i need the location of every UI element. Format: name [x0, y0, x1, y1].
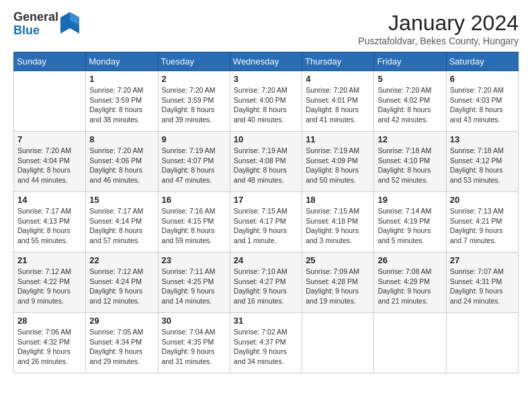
day-info: Sunrise: 7:17 AMSunset: 4:14 PMDaylight:…: [89, 206, 154, 246]
calendar-cell: 10Sunrise: 7:19 AMSunset: 4:08 PMDayligh…: [230, 132, 302, 192]
day-number: 30: [162, 316, 226, 326]
day-info: Sunrise: 7:12 AMSunset: 4:24 PMDaylight:…: [89, 267, 154, 306]
calendar-cell: 26Sunrise: 7:08 AMSunset: 4:29 PMDayligh…: [374, 253, 446, 313]
day-info: Sunrise: 7:10 AMSunset: 4:27 PMDaylight:…: [234, 267, 298, 306]
day-number: 15: [89, 195, 154, 205]
day-number: 22: [89, 255, 154, 265]
location: Pusztafoldvar, Bekes County, Hungary: [358, 36, 519, 46]
calendar-cell: 12Sunrise: 7:18 AMSunset: 4:10 PMDayligh…: [374, 132, 446, 192]
calendar-cell: 5Sunrise: 7:20 AMSunset: 4:02 PMDaylight…: [374, 71, 446, 132]
calendar-cell: 28Sunrise: 7:06 AMSunset: 4:32 PMDayligh…: [14, 313, 86, 373]
calendar-cell: 2Sunrise: 7:20 AMSunset: 3:59 PMDaylight…: [158, 71, 230, 132]
calendar-week-2: 7Sunrise: 7:20 AMSunset: 4:04 PMDaylight…: [14, 132, 519, 192]
day-number: 27: [450, 255, 515, 265]
day-info: Sunrise: 7:19 AMSunset: 4:07 PMDaylight:…: [162, 146, 226, 185]
calendar-cell: [302, 313, 374, 373]
month-title: January 2024: [358, 11, 519, 36]
page-header: General Blue January 2024 Pusztafoldvar,…: [13, 11, 519, 46]
day-info: Sunrise: 7:04 AMSunset: 4:35 PMDaylight:…: [162, 327, 226, 367]
calendar-cell: [446, 313, 518, 373]
day-number: 19: [378, 195, 442, 205]
day-number: 2: [162, 74, 226, 84]
calendar-cell: 24Sunrise: 7:10 AMSunset: 4:27 PMDayligh…: [230, 253, 302, 313]
calendar-body: 1Sunrise: 7:20 AMSunset: 3:59 PMDaylight…: [14, 71, 519, 373]
day-info: Sunrise: 7:20 AMSunset: 4:00 PMDaylight:…: [234, 85, 298, 125]
calendar-cell: 7Sunrise: 7:20 AMSunset: 4:04 PMDaylight…: [14, 132, 86, 192]
day-info: Sunrise: 7:20 AMSunset: 4:04 PMDaylight:…: [17, 146, 82, 185]
calendar-cell: 23Sunrise: 7:11 AMSunset: 4:25 PMDayligh…: [158, 253, 230, 313]
day-number: 14: [17, 195, 82, 205]
weekday-header-wednesday: Wednesday: [230, 52, 302, 71]
day-number: 25: [306, 255, 370, 265]
title-section: January 2024 Pusztafoldvar, Bekes County…: [358, 11, 519, 46]
day-info: Sunrise: 7:05 AMSunset: 4:34 PMDaylight:…: [89, 327, 154, 367]
calendar-cell: 30Sunrise: 7:04 AMSunset: 4:35 PMDayligh…: [158, 313, 230, 373]
calendar-cell: 9Sunrise: 7:19 AMSunset: 4:07 PMDaylight…: [158, 132, 230, 192]
day-number: 12: [378, 134, 442, 144]
calendar-cell: [14, 71, 86, 132]
calendar-cell: 16Sunrise: 7:16 AMSunset: 4:15 PMDayligh…: [158, 192, 230, 253]
day-number: 1: [89, 74, 154, 84]
calendar-cell: 29Sunrise: 7:05 AMSunset: 4:34 PMDayligh…: [86, 313, 158, 373]
calendar-cell: 4Sunrise: 7:20 AMSunset: 4:01 PMDaylight…: [302, 71, 374, 132]
day-info: Sunrise: 7:13 AMSunset: 4:21 PMDaylight:…: [450, 206, 515, 246]
calendar-cell: 3Sunrise: 7:20 AMSunset: 4:00 PMDaylight…: [230, 71, 302, 132]
calendar-cell: 22Sunrise: 7:12 AMSunset: 4:24 PMDayligh…: [86, 253, 158, 313]
day-info: Sunrise: 7:09 AMSunset: 4:28 PMDaylight:…: [306, 267, 370, 306]
weekday-header-row: SundayMondayTuesdayWednesdayThursdayFrid…: [14, 52, 519, 71]
day-number: 18: [306, 195, 370, 205]
day-info: Sunrise: 7:18 AMSunset: 4:10 PMDaylight:…: [378, 146, 442, 185]
weekday-header-monday: Monday: [86, 52, 158, 71]
calendar-cell: 8Sunrise: 7:20 AMSunset: 4:06 PMDaylight…: [86, 132, 158, 192]
day-info: Sunrise: 7:02 AMSunset: 4:37 PMDaylight:…: [234, 327, 298, 367]
day-number: 20: [450, 195, 515, 205]
weekday-header-tuesday: Tuesday: [158, 52, 230, 71]
calendar-cell: 21Sunrise: 7:12 AMSunset: 4:22 PMDayligh…: [14, 253, 86, 313]
weekday-header-saturday: Saturday: [446, 52, 518, 71]
calendar-week-5: 28Sunrise: 7:06 AMSunset: 4:32 PMDayligh…: [14, 313, 519, 373]
day-info: Sunrise: 7:20 AMSunset: 4:01 PMDaylight:…: [306, 85, 370, 125]
day-info: Sunrise: 7:15 AMSunset: 4:18 PMDaylight:…: [306, 206, 370, 246]
calendar-cell: [374, 313, 446, 373]
day-info: Sunrise: 7:20 AMSunset: 3:59 PMDaylight:…: [89, 85, 154, 125]
day-info: Sunrise: 7:17 AMSunset: 4:13 PMDaylight:…: [17, 206, 82, 246]
day-info: Sunrise: 7:08 AMSunset: 4:29 PMDaylight:…: [378, 267, 442, 306]
day-info: Sunrise: 7:18 AMSunset: 4:12 PMDaylight:…: [450, 146, 515, 185]
day-number: 3: [234, 74, 298, 84]
calendar-week-1: 1Sunrise: 7:20 AMSunset: 3:59 PMDaylight…: [14, 71, 519, 132]
logo-blue: Blue: [13, 24, 58, 38]
day-info: Sunrise: 7:16 AMSunset: 4:15 PMDaylight:…: [162, 206, 226, 246]
day-info: Sunrise: 7:20 AMSunset: 3:59 PMDaylight:…: [162, 85, 226, 125]
day-info: Sunrise: 7:14 AMSunset: 4:19 PMDaylight:…: [378, 206, 442, 246]
calendar-cell: 17Sunrise: 7:15 AMSunset: 4:17 PMDayligh…: [230, 192, 302, 253]
day-number: 26: [378, 255, 442, 265]
day-info: Sunrise: 7:20 AMSunset: 4:06 PMDaylight:…: [89, 146, 154, 185]
logo: General Blue: [13, 11, 79, 38]
logo-icon: [60, 12, 79, 34]
day-number: 21: [17, 255, 82, 265]
day-info: Sunrise: 7:20 AMSunset: 4:03 PMDaylight:…: [450, 85, 515, 125]
calendar-cell: 15Sunrise: 7:17 AMSunset: 4:14 PMDayligh…: [86, 192, 158, 253]
day-number: 13: [450, 134, 515, 144]
logo-general: General: [13, 11, 58, 24]
day-number: 8: [89, 134, 154, 144]
day-number: 23: [162, 255, 226, 265]
weekday-header-thursday: Thursday: [302, 52, 374, 71]
day-info: Sunrise: 7:15 AMSunset: 4:17 PMDaylight:…: [234, 206, 298, 246]
day-info: Sunrise: 7:19 AMSunset: 4:09 PMDaylight:…: [306, 146, 370, 185]
day-info: Sunrise: 7:19 AMSunset: 4:08 PMDaylight:…: [234, 146, 298, 185]
day-number: 31: [234, 316, 298, 326]
weekday-header-friday: Friday: [374, 52, 446, 71]
calendar-cell: 14Sunrise: 7:17 AMSunset: 4:13 PMDayligh…: [14, 192, 86, 253]
day-number: 29: [89, 316, 154, 326]
calendar-week-3: 14Sunrise: 7:17 AMSunset: 4:13 PMDayligh…: [14, 192, 519, 253]
day-number: 17: [234, 195, 298, 205]
calendar-cell: 6Sunrise: 7:20 AMSunset: 4:03 PMDaylight…: [446, 71, 518, 132]
day-number: 24: [234, 255, 298, 265]
day-info: Sunrise: 7:12 AMSunset: 4:22 PMDaylight:…: [17, 267, 82, 306]
day-number: 7: [17, 134, 82, 144]
calendar-cell: 11Sunrise: 7:19 AMSunset: 4:09 PMDayligh…: [302, 132, 374, 192]
calendar-week-4: 21Sunrise: 7:12 AMSunset: 4:22 PMDayligh…: [14, 253, 519, 313]
calendar-cell: 25Sunrise: 7:09 AMSunset: 4:28 PMDayligh…: [302, 253, 374, 313]
calendar-cell: 20Sunrise: 7:13 AMSunset: 4:21 PMDayligh…: [446, 192, 518, 253]
